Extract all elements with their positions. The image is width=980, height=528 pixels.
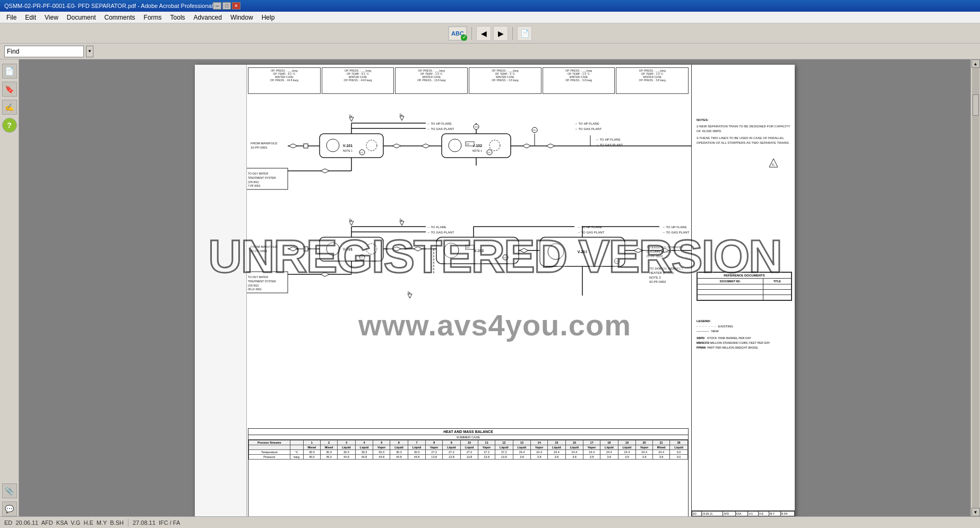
type-5: Vapor	[373, 445, 390, 450]
col-18: 18	[600, 440, 618, 445]
svg-text:→ TO GAS PLANT: → TO GAS PLANT	[596, 143, 623, 146]
pres-16: 3.8	[565, 455, 583, 460]
pres-14: 3.8	[531, 455, 548, 460]
col-16: 16	[565, 440, 583, 445]
close-button[interactable]: ✕	[232, 2, 240, 10]
comment-icon[interactable]: 💬	[2, 501, 17, 516]
menu-comments[interactable]: Comments	[100, 13, 140, 22]
spell-check-button[interactable]: ABC ✓	[448, 26, 467, 41]
pres-15: 3.8	[548, 455, 566, 460]
type-1: Mixed	[303, 445, 320, 450]
type-15: Liquid	[548, 445, 566, 450]
svg-marker-72	[392, 247, 401, 251]
svg-marker-50	[400, 116, 404, 120]
type-14: Vapor	[531, 445, 548, 450]
temp-12: 27.2	[495, 450, 513, 455]
menu-file[interactable]: File	[2, 13, 21, 22]
page-button[interactable]: 📄	[517, 26, 532, 41]
temp-15: 24.4	[548, 450, 566, 455]
menu-window[interactable]: Window	[226, 13, 257, 22]
scroll-track[interactable]	[972, 68, 979, 508]
col-8: 8	[426, 440, 443, 445]
svg-text:E₂: E₂	[400, 218, 402, 221]
temp-11: 27.2	[478, 450, 495, 455]
pdf-viewer[interactable]: UNREGISTERED VERSION www.avs4you.com OP.…	[19, 59, 970, 516]
table-subtitle: SUMMER CASE	[248, 435, 688, 440]
svg-text:FC: FC	[533, 129, 536, 132]
menu-tools[interactable]: Tools	[166, 13, 190, 22]
find-input[interactable]	[4, 46, 84, 57]
help-icon[interactable]: ?	[2, 118, 17, 133]
svg-marker-73	[414, 247, 422, 251]
svg-text:LC: LC	[360, 256, 363, 259]
attach-icon[interactable]: 📎	[2, 483, 17, 498]
temp-10: 27.2	[460, 450, 478, 455]
title-block: ED 20.06.11 AFD KSA V.G H.E M.Y B.SH 27.…	[692, 510, 795, 516]
header-cell-1: OP. PRESS. : ___barg OP. TEMP. : 9.1 °C …	[248, 67, 321, 94]
maximize-button[interactable]: □	[222, 2, 231, 10]
svg-marker-82	[520, 248, 528, 253]
svg-text:7-PF-0001: 7-PF-0001	[248, 184, 261, 187]
type-10: Liquid	[460, 445, 478, 450]
window-controls: ─ □ ✕	[213, 2, 240, 10]
pages-icon[interactable]: 📄	[2, 64, 17, 79]
col-14: 14	[531, 440, 548, 445]
svg-text:10-PF-0001: 10-PF-0001	[251, 146, 268, 149]
svg-text:→ TO HP FLARE: → TO HP FLARE	[596, 138, 621, 141]
pres-10: 13.8	[460, 455, 478, 460]
col-21: 21	[653, 440, 670, 445]
forward-button[interactable]: ▶	[493, 26, 508, 41]
svg-marker-107	[408, 294, 412, 298]
legend-section: LEGEND: - - - - - - - EXISTING ———— NEW …	[697, 319, 792, 350]
menu-forms[interactable]: Forms	[140, 13, 166, 22]
svg-text:(OS-502): (OS-502)	[248, 180, 259, 184]
svg-text:E₂: E₂	[400, 113, 402, 116]
minimize-button[interactable]: ─	[213, 2, 221, 10]
pres-6: 44.8	[390, 455, 408, 460]
signatures-icon[interactable]: ✍	[2, 100, 17, 115]
svg-text:E2: E2	[467, 143, 470, 145]
svg-rect-4	[304, 144, 308, 148]
scroll-down-button[interactable]: ▼	[972, 508, 980, 516]
svg-rect-56	[304, 247, 308, 251]
svg-text:TO OILY WATER: TO OILY WATER	[248, 172, 268, 175]
bookmarks-icon[interactable]: 🔖	[2, 82, 17, 97]
pres-38: 0.0	[670, 455, 688, 460]
menu-help[interactable]: Help	[257, 13, 279, 22]
col-1: 1	[303, 440, 320, 445]
scroll-up-button[interactable]: ▲	[972, 59, 980, 68]
find-dropdown[interactable]: ▼	[86, 46, 93, 57]
col-19: 19	[618, 440, 636, 445]
temp-1: 30.3	[303, 450, 320, 455]
svg-text:TREATMENT SYSTEM: TREATMENT SYSTEM	[248, 176, 276, 179]
pres-8: 13.8	[426, 455, 443, 460]
temp-8: 27.2	[426, 450, 443, 455]
header-cell-4: OP. PRESS. : ___barg OP. TEMP. : 5 °C WI…	[469, 67, 541, 94]
back-button[interactable]: ◀	[476, 26, 491, 41]
main-area: 📄 🔖 ✍ ? 📎 💬 UNREGISTERED VERSION www.avs…	[0, 59, 980, 516]
col-3: 3	[338, 440, 356, 445]
menu-edit[interactable]: Edit	[21, 13, 40, 22]
svg-text:V-203: V-203	[578, 250, 587, 254]
right-panel: NOTES: 2-NEW SEPARATION TRAIN TO BE DESI…	[691, 65, 795, 516]
svg-text:E2: E2	[467, 246, 470, 249]
col-unit	[290, 440, 303, 445]
ref-triangle-right: E₀	[768, 158, 779, 169]
table-row-pressure: Pressure barg 45.0 45.0 44.8 44.8 44.8 4…	[249, 455, 688, 460]
menu-view[interactable]: View	[40, 13, 63, 22]
type-21: Mixed	[653, 445, 670, 450]
temp-4: 30.3	[355, 450, 373, 455]
app-title: QSMM-02-PR-PF-0001-E0- PFD SEPARATOR.pdf…	[4, 3, 213, 9]
svg-text:V-201: V-201	[343, 247, 353, 251]
col-2: 2	[320, 440, 337, 445]
svg-text:→ TO GAS PLANT: → TO GAS PLANT	[574, 127, 601, 131]
svg-text:E₀: E₀	[772, 163, 775, 166]
scroll-thumb[interactable]	[973, 94, 979, 116]
svg-text:LC: LC	[488, 151, 491, 154]
col-type-label	[249, 445, 290, 450]
pres-3: 44.8	[338, 455, 356, 460]
menu-document[interactable]: Document	[63, 13, 100, 22]
status-date-info: 27.08.11 IFC / FA	[133, 520, 180, 526]
menu-advanced[interactable]: Advanced	[190, 13, 226, 22]
svg-marker-55	[289, 247, 297, 251]
